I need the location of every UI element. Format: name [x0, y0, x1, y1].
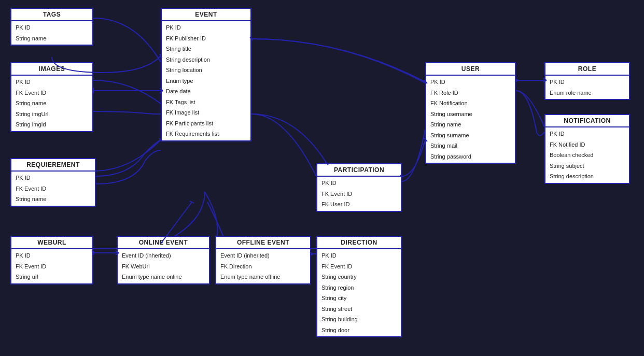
images-header: IMAGES	[11, 63, 92, 76]
table-row: FK Event ID	[11, 261, 92, 272]
table-row: Boolean checked	[545, 150, 629, 161]
role-table: ROLE PK ID Enum role name	[544, 62, 630, 100]
table-row: PK ID	[162, 22, 250, 33]
table-row: Enum type name offline	[216, 272, 310, 282]
table-row: String name	[11, 194, 95, 205]
tags-table: TAGS PK ID String name	[10, 8, 93, 46]
table-row: String subject	[545, 161, 629, 172]
online-event-header: ONLINE EVENT	[118, 237, 209, 249]
table-row: Enum role name	[545, 88, 629, 98]
table-row: FK Tags list	[162, 97, 250, 108]
table-row: PK ID	[11, 250, 92, 261]
table-row: String surname	[426, 130, 515, 141]
table-row: PK ID	[11, 77, 92, 88]
table-row: FK Event ID	[317, 189, 401, 200]
table-row: Event ID (inherited)	[216, 250, 310, 261]
table-row: FK Direction	[216, 261, 310, 272]
user-header: USER	[426, 63, 515, 76]
tags-header: TAGS	[11, 9, 92, 21]
table-row: PK ID	[317, 250, 401, 261]
table-row: String city	[317, 293, 401, 304]
table-row: String building	[317, 314, 401, 325]
weburl-table: WEBURL PK ID FK Event ID String url	[10, 236, 93, 284]
table-row: String location	[162, 65, 250, 76]
table-row: PK ID	[317, 178, 401, 189]
table-row: Enum type name online	[118, 272, 209, 282]
requierement-table: REQUIEREMENT PK ID FK Event ID String na…	[10, 158, 96, 207]
direction-table: DIRECTION PK ID FK Event ID String count…	[316, 236, 402, 337]
event-table: EVENT PK ID FK Publisher ID String title…	[161, 8, 251, 141]
svg-line-7	[190, 201, 194, 203]
table-row: FK Requirements list	[162, 129, 250, 139]
table-row: FK Event ID	[11, 183, 95, 194]
table-row: String name	[11, 33, 92, 44]
table-row: String region	[317, 282, 401, 293]
table-row: String country	[317, 272, 401, 282]
table-row: Date date	[162, 86, 250, 97]
direction-header: DIRECTION	[317, 237, 401, 249]
table-row: FK Event ID	[317, 261, 401, 272]
table-row: FK Notification	[426, 98, 515, 109]
table-row: String title	[162, 44, 250, 54]
table-row: String door	[317, 325, 401, 336]
table-row: FK Event ID	[11, 88, 92, 98]
offline-event-table: OFFLINE EVENT Event ID (inherited) FK Di…	[215, 236, 311, 284]
table-row: PK ID	[11, 173, 95, 183]
table-row: Event ID (inherited)	[118, 250, 209, 261]
table-row: Enum type	[162, 76, 250, 87]
table-row: String username	[426, 109, 515, 120]
table-row: PK ID	[545, 77, 629, 88]
user-table: USER PK ID FK Role ID FK Notification St…	[425, 62, 516, 164]
table-row: String description	[162, 54, 250, 65]
table-row: FK Role ID	[426, 88, 515, 98]
images-table: IMAGES PK ID FK Event ID String name Str…	[10, 62, 93, 132]
role-header: ROLE	[545, 63, 629, 76]
participation-header: PARTICIPATION	[317, 164, 401, 177]
table-row: PK ID	[545, 129, 629, 139]
table-row: String name	[11, 98, 92, 109]
table-row: String password	[426, 151, 515, 162]
participation-table: PARTICIPATION PK ID FK Event ID FK User …	[316, 163, 402, 212]
weburl-header: WEBURL	[11, 237, 92, 249]
table-row: PK ID	[11, 22, 92, 33]
table-row: FK WebUrl	[118, 261, 209, 272]
table-row: String mail	[426, 140, 515, 151]
table-row: PK ID	[426, 77, 515, 88]
requierement-header: REQUIEREMENT	[11, 159, 95, 172]
table-row: String imgUrl	[11, 109, 92, 120]
table-row: String imgId	[11, 119, 92, 130]
table-row: FK Participants list	[162, 118, 250, 129]
event-header: EVENT	[162, 9, 250, 21]
table-row: FK Publisher ID	[162, 33, 250, 44]
notification-header: NOTIFICATION	[545, 115, 629, 127]
table-row: FK User ID	[317, 199, 401, 210]
notification-table: NOTIFICATION PK ID FK Notified ID Boolea…	[544, 114, 630, 184]
table-row: String description	[545, 171, 629, 182]
table-row: String url	[11, 272, 92, 282]
table-row: String name	[426, 119, 515, 130]
table-row: FK Image list	[162, 107, 250, 118]
table-row: String street	[317, 304, 401, 315]
table-row: FK Notified ID	[545, 139, 629, 150]
online-event-table: ONLINE EVENT Event ID (inherited) FK Web…	[117, 236, 210, 284]
offline-event-header: OFFLINE EVENT	[216, 237, 310, 249]
